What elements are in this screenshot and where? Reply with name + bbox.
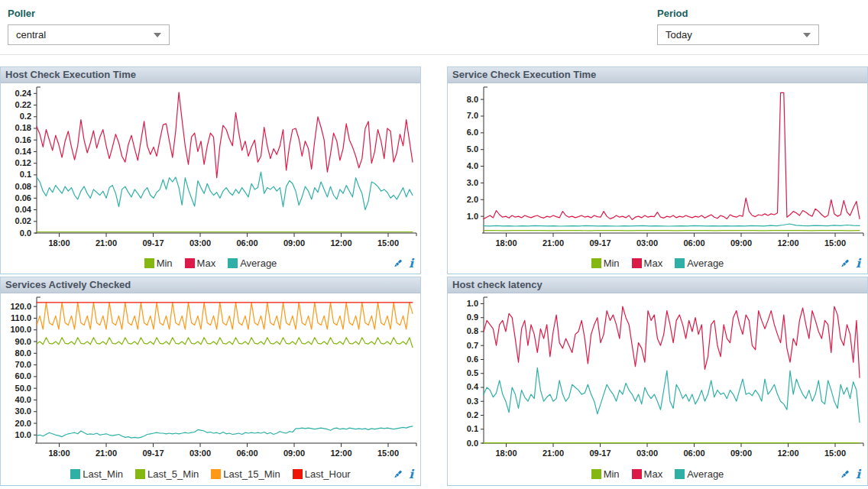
edit-graph-icon[interactable] — [392, 257, 403, 269]
panel-title: Host check latency — [448, 277, 867, 293]
legend-swatch — [591, 258, 601, 268]
svg-text:90.0: 90.0 — [15, 337, 31, 346]
legend-item-min[interactable]: Min — [144, 257, 173, 269]
svg-text:03:00: 03:00 — [636, 238, 658, 248]
chart-legend: MinMaxAverage — [144, 257, 277, 269]
legend-item-max[interactable]: Max — [632, 257, 663, 269]
legend-item-min[interactable]: Min — [591, 257, 620, 269]
legend-swatch — [211, 469, 221, 479]
chart-actions: i — [839, 468, 860, 480]
svg-text:10.0: 10.0 — [15, 430, 31, 439]
panel-service-check-execution-time: Service Check Execution Time 1.02.03.04.… — [447, 66, 868, 274]
poller-select[interactable]: central — [8, 24, 170, 45]
edit-graph-icon[interactable] — [839, 257, 850, 269]
svg-text:70.0: 70.0 — [15, 360, 31, 369]
svg-text:0.0: 0.0 — [20, 228, 31, 238]
svg-text:0.5: 0.5 — [467, 368, 478, 377]
legend-label: Min — [604, 468, 620, 480]
svg-text:09-17: 09-17 — [589, 449, 611, 458]
legend-item-average[interactable]: Average — [228, 257, 277, 269]
svg-text:15:00: 15:00 — [824, 238, 846, 248]
svg-text:50.0: 50.0 — [15, 384, 31, 393]
legend-label: Last_15_Min — [223, 468, 280, 480]
svg-text:09:00: 09:00 — [730, 238, 752, 248]
panel-title: Service Check Execution Time — [448, 67, 867, 83]
svg-text:0.1: 0.1 — [20, 170, 31, 179]
info-icon[interactable]: i — [409, 470, 413, 479]
svg-text:06:00: 06:00 — [683, 449, 704, 458]
svg-text:8.0: 8.0 — [467, 95, 478, 104]
svg-text:0.14: 0.14 — [15, 147, 32, 156]
svg-text:0.1: 0.1 — [467, 424, 478, 433]
chevron-down-icon — [154, 33, 161, 37]
legend-item-min[interactable]: Min — [591, 468, 620, 480]
panel-host-check-execution-time: Host Check Execution Time 0.00.020.040.0… — [0, 66, 421, 274]
legend-label: Average — [240, 257, 277, 269]
chart-host-check-execution-time[interactable]: 0.00.020.040.060.080.10.120.140.160.180.… — [1, 83, 420, 253]
svg-text:15:00: 15:00 — [377, 449, 399, 458]
legend-swatch — [675, 258, 685, 268]
svg-text:4.0: 4.0 — [467, 161, 478, 170]
panel-host-check-latency: Host check latency 0.00.10.20.30.40.50.6… — [447, 277, 868, 486]
svg-text:0.3: 0.3 — [467, 397, 478, 406]
legend-swatch — [144, 258, 154, 268]
period-selected-value: Today — [666, 29, 692, 40]
svg-text:0.2: 0.2 — [467, 410, 478, 419]
svg-text:30.0: 30.0 — [15, 406, 31, 416]
chart-actions: i — [392, 257, 413, 269]
svg-text:21:00: 21:00 — [542, 238, 564, 248]
svg-text:0.24: 0.24 — [15, 89, 32, 98]
svg-text:09-17: 09-17 — [589, 238, 611, 248]
legend-row: MinMaxAverage i — [448, 463, 867, 485]
svg-text:03:00: 03:00 — [636, 449, 658, 458]
legend-swatch — [70, 469, 80, 479]
svg-text:0.6: 0.6 — [467, 355, 478, 364]
chart-services-actively-checked[interactable]: 10.020.030.040.050.060.070.080.090.0100.… — [1, 293, 420, 463]
svg-text:18:00: 18:00 — [495, 449, 517, 458]
legend-swatch — [632, 469, 642, 479]
legend-item-average[interactable]: Average — [675, 468, 724, 480]
edit-graph-icon[interactable] — [392, 468, 403, 480]
svg-text:03:00: 03:00 — [189, 238, 211, 248]
chart-host-check-latency[interactable]: 0.00.10.20.30.40.50.60.70.80.91.018:0021… — [448, 293, 867, 463]
legend-item-last_5_min[interactable]: Last_5_Min — [135, 468, 199, 480]
info-icon[interactable]: i — [856, 470, 860, 479]
svg-text:21:00: 21:00 — [542, 449, 564, 458]
svg-text:6.0: 6.0 — [467, 128, 478, 137]
chart-legend: MinMaxAverage — [591, 257, 724, 269]
legend-item-max[interactable]: Max — [632, 468, 663, 480]
chart-actions: i — [839, 257, 860, 269]
svg-text:18:00: 18:00 — [48, 238, 70, 248]
svg-text:110.0: 110.0 — [11, 313, 31, 322]
legend-label: Last_Hour — [305, 468, 351, 480]
legend-swatch — [185, 258, 195, 268]
legend-row: Last_MinLast_5_MinLast_15_MinLast_Hour i — [1, 463, 420, 485]
svg-text:0.18: 0.18 — [15, 123, 31, 132]
panel-title: Host Check Execution Time — [1, 67, 420, 83]
svg-text:21:00: 21:00 — [96, 449, 117, 458]
svg-text:09-17: 09-17 — [142, 449, 164, 458]
svg-text:0.08: 0.08 — [15, 182, 31, 191]
legend-row: MinMaxAverage i — [1, 253, 420, 274]
legend-item-max[interactable]: Max — [185, 257, 216, 269]
legend-item-last_hour[interactable]: Last_Hour — [293, 468, 351, 480]
svg-text:120.0: 120.0 — [10, 302, 31, 311]
svg-text:7.0: 7.0 — [467, 111, 478, 120]
legend-item-last_15_min[interactable]: Last_15_Min — [211, 468, 280, 480]
legend-item-last_min[interactable]: Last_Min — [70, 468, 123, 480]
legend-swatch — [293, 469, 303, 479]
svg-text:0.9: 0.9 — [467, 313, 478, 322]
panel-title: Services Actively Checked — [1, 277, 420, 293]
svg-text:0.4: 0.4 — [467, 382, 479, 391]
legend-swatch — [675, 469, 685, 479]
legend-label: Max — [197, 257, 216, 269]
legend-item-average[interactable]: Average — [675, 257, 724, 269]
period-select[interactable]: Today — [657, 24, 819, 45]
legend-label: Max — [644, 468, 663, 480]
edit-graph-icon[interactable] — [839, 468, 850, 480]
svg-text:0.12: 0.12 — [15, 158, 31, 167]
info-icon[interactable]: i — [409, 259, 413, 268]
chevron-down-icon — [803, 33, 811, 37]
chart-service-check-execution-time[interactable]: 1.02.03.04.05.06.07.08.018:0021:0009-170… — [448, 83, 867, 253]
info-icon[interactable]: i — [856, 259, 860, 268]
